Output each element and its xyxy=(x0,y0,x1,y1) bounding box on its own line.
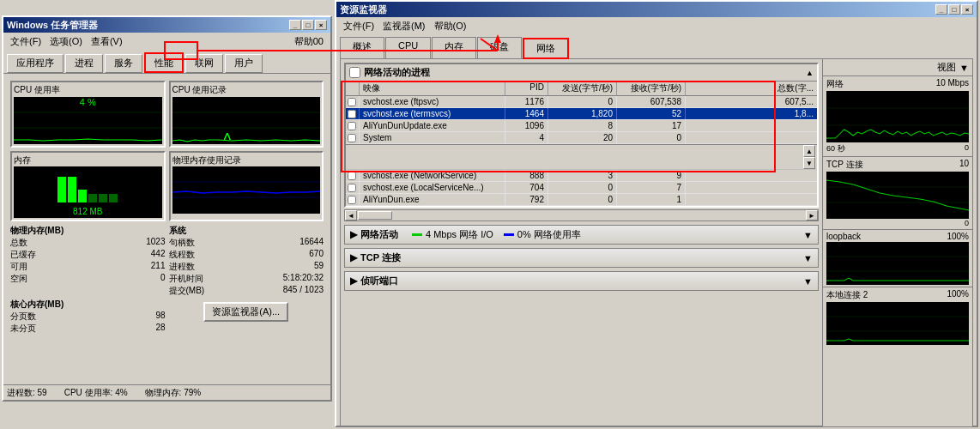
tcp-expand-arrow[interactable]: ▼ xyxy=(803,253,813,263)
pm-row-free: 空闲 0 xyxy=(10,273,166,285)
sys-row-processes: 进程数 59 xyxy=(169,261,324,273)
scroll-left[interactable]: ◄ xyxy=(345,210,357,221)
view-arrow[interactable]: ▼ xyxy=(959,63,969,73)
row7-checkbox[interactable] xyxy=(348,196,356,204)
menu-options[interactable]: 选项(O) xyxy=(46,34,86,49)
row6-recv: 7 xyxy=(617,182,686,193)
tcp-connections-header[interactable]: ▶ TCP 连接 ▼ xyxy=(345,249,818,267)
row4-checkbox[interactable] xyxy=(348,134,356,142)
proc-row-7: AliYunDun.exe 792 0 1 xyxy=(346,194,817,206)
col-total-header[interactable]: 总数(字... xyxy=(686,82,817,95)
row6-send: 0 xyxy=(548,182,617,193)
local-connection-label: 本地连接 2 xyxy=(826,289,868,301)
proc-row-1: svchost.exe (ftpsvc) 1176 0 607,538 607,… xyxy=(346,96,817,108)
loopback-label: loopback xyxy=(826,232,861,241)
local-connection-header: 本地连接 2 100% xyxy=(826,289,969,301)
pm-row-total: 总数 1023 xyxy=(10,237,166,249)
row1-checkbox[interactable] xyxy=(348,98,356,106)
tab-network[interactable]: 联网 xyxy=(185,54,223,73)
scroll-right[interactable]: ► xyxy=(806,210,818,221)
rm-close-button[interactable]: × xyxy=(961,4,973,15)
row2-checkbox[interactable] xyxy=(348,110,356,118)
row3-send: 8 xyxy=(548,120,617,131)
legend2-label: 0% 网络使用率 xyxy=(517,228,581,241)
tab-users[interactable]: 用户 xyxy=(225,54,263,73)
rm-menu-monitor[interactable]: 监视器(M) xyxy=(379,19,429,33)
minimize-button[interactable]: _ xyxy=(289,20,301,30)
row1-recv: 607,538 xyxy=(617,96,686,107)
rm-tab-overview[interactable]: 概述 xyxy=(340,37,384,58)
physical-memory-history-graph xyxy=(172,166,321,214)
loopback-value: 100% xyxy=(947,232,969,241)
row6-checkbox[interactable] xyxy=(348,184,356,192)
tab-services[interactable]: 服务 xyxy=(105,54,142,73)
horizontal-scrollbar: ◄ ► xyxy=(344,209,819,221)
proc-row-5: svchost.exe (NetworkService) 888 3 9 xyxy=(346,170,817,182)
network-processes-title: 网络活动的进程 xyxy=(364,66,430,79)
svg-rect-9 xyxy=(78,190,87,202)
row1-send: 0 xyxy=(548,96,617,107)
row5-checkbox[interactable] xyxy=(348,172,356,180)
menu-file[interactable]: 文件(F) xyxy=(7,34,45,49)
row3-checkbox[interactable] xyxy=(348,122,356,130)
rm-menu-help[interactable]: 帮助(O) xyxy=(431,19,470,33)
col-name-header[interactable]: 映像 xyxy=(360,82,505,95)
lp-expand-arrow[interactable]: ▼ xyxy=(803,276,813,287)
cpu-history-label: CPU 使用记录 xyxy=(172,84,321,96)
row2-recv: 52 xyxy=(617,108,686,119)
scroll-up[interactable]: ▲ xyxy=(803,145,815,157)
menu-help-time[interactable]: 帮助00 xyxy=(291,34,327,49)
title-buttons: _ □ × xyxy=(289,20,327,30)
tcp-graph-header: TCP 连接 10 xyxy=(826,159,969,171)
network-header-checkbox[interactable] xyxy=(349,67,360,78)
sys-row-threads: 线程数 670 xyxy=(169,249,324,261)
rm-tab-memory[interactable]: 内存 xyxy=(432,37,476,58)
scroll-down[interactable]: ▼ xyxy=(803,157,815,169)
tab-performance[interactable]: 性能 xyxy=(144,52,184,73)
row3-total xyxy=(686,120,817,131)
row4-total xyxy=(686,132,817,143)
rm-tab-disk[interactable]: 磁盘 xyxy=(477,37,522,58)
resource-monitor-button[interactable]: 资源监视器(A)... xyxy=(203,302,288,322)
kernel-memory-section: 核心内存(MB) 分页数 98 未分页 28 资源监视器(A)... xyxy=(7,297,327,336)
sys-row-uptime: 开机时间 5:18:20:32 xyxy=(169,273,324,285)
right-panel-header: 视图 ▼ xyxy=(823,59,972,76)
rm-maximize-button[interactable]: □ xyxy=(948,4,960,15)
pm-row-available: 可用 211 xyxy=(10,261,166,273)
row5-pid: 888 xyxy=(505,170,548,181)
close-button[interactable]: × xyxy=(315,20,327,30)
row2-name: svchost.exe (termsvcs) xyxy=(360,108,505,119)
row3-pid: 1096 xyxy=(505,120,548,131)
menu-view[interactable]: 查看(V) xyxy=(88,34,126,49)
memory-label: 内存 xyxy=(14,154,162,166)
tab-processes[interactable]: 进程 xyxy=(65,54,103,73)
collapse-arrow[interactable]: ▲ xyxy=(806,69,814,77)
rm-tab-cpu[interactable]: CPU xyxy=(385,37,431,58)
svg-rect-19 xyxy=(826,172,969,219)
zero-val: 0 xyxy=(965,143,969,154)
local-connection-graph-panel: 本地连接 2 100% xyxy=(823,287,972,347)
na-expand-arrow[interactable]: ▼ xyxy=(803,230,813,240)
rm-menu-file[interactable]: 文件(F) xyxy=(340,19,378,33)
maximize-button[interactable]: □ xyxy=(302,20,314,30)
svg-rect-12 xyxy=(109,194,118,202)
rm-minimize-button[interactable]: _ xyxy=(935,4,947,15)
col-pid-header[interactable]: PID xyxy=(505,82,548,95)
proc-row-4: System 4 20 0 xyxy=(346,132,817,144)
tab-applications[interactable]: 应用程序 xyxy=(7,54,64,73)
memory-section: 内存 812 MB 物理内存使用记 xyxy=(7,151,327,225)
listening-ports-header[interactable]: ▶ 侦听端口 ▼ xyxy=(345,272,818,290)
rm-menubar: 文件(F) 监视器(M) 帮助(O) xyxy=(336,17,977,35)
resource-monitor-window: 资源监视器 _ □ × 文件(F) 监视器(M) 帮助(O) 概述 CPU 内存… xyxy=(335,0,978,427)
scroll-thumb[interactable] xyxy=(358,211,392,220)
col-recv-header[interactable]: 接收(字节/秒) xyxy=(617,82,686,95)
row1-total: 607,5... xyxy=(686,96,817,107)
rm-tab-network[interactable]: 网络 xyxy=(523,38,569,59)
cpu-usage-label: CPU 使用率 xyxy=(14,84,162,96)
network-legend: 4 Mbps 网络 I/O 0% 网络使用率 xyxy=(412,228,581,241)
row4-name: System xyxy=(360,132,505,143)
col-send-header[interactable]: 发送(字节/秒) xyxy=(548,82,617,95)
task-manager-statusbar: 进程数: 59 CPU 使用率: 4% 物理内存: 79% xyxy=(3,384,330,400)
tcp-connections-section: ▶ TCP 连接 ▼ xyxy=(344,248,819,268)
network-activity-header[interactable]: ▶ 网络活动 4 Mbps 网络 I/O 0% 网络使用率 ▼ xyxy=(345,226,818,244)
